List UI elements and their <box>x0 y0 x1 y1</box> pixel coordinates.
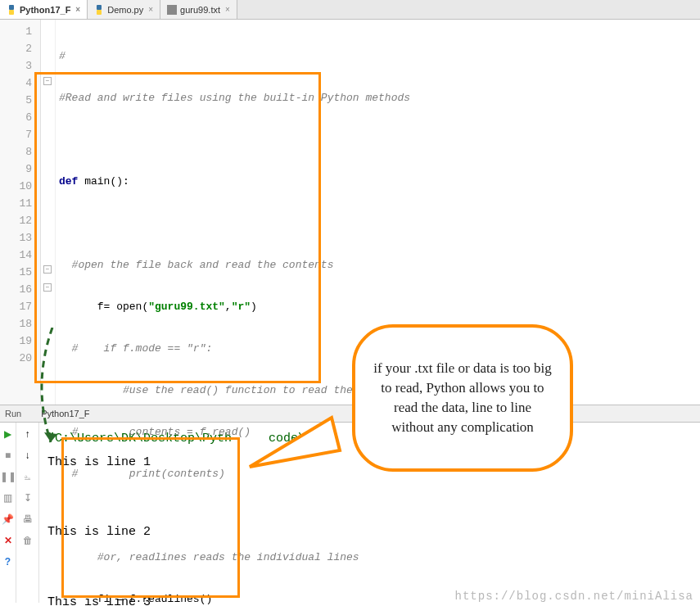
code-editor[interactable]: 1234567891011121314151617181920 − − − # … <box>0 20 700 405</box>
text-file-icon <box>167 5 177 15</box>
editor-tabs: Python17_F × Demo.py × guru99.txt × <box>0 0 700 20</box>
run-toolbar-right: ↑ ↓ ⎁ ↧ 🖶 🗑 <box>16 423 39 603</box>
watermark: https://blog.csdn.net/miniAlisa <box>455 590 693 603</box>
play-icon[interactable]: ▶ <box>2 427 15 441</box>
tab-demo[interactable]: Demo.py × <box>88 0 160 19</box>
tab-label: Python17_F <box>20 5 70 15</box>
tab-label: guru99.txt <box>180 5 220 15</box>
python-icon <box>7 5 16 15</box>
layout-icon[interactable]: ▥ <box>2 491 15 504</box>
run-toolbar-left: ▶ ■ ❚❚ ▥ 📌 ✕ ? <box>0 423 16 603</box>
print-icon[interactable]: 🖶 <box>21 513 34 526</box>
tab-guru99[interactable]: guru99.txt × <box>160 0 237 19</box>
pin-icon[interactable]: 📌 <box>2 513 15 526</box>
svg-marker-0 <box>250 418 340 467</box>
fold-column: − − − <box>41 20 56 405</box>
python-icon <box>94 5 104 15</box>
down-arrow-icon[interactable]: ↓ <box>21 449 34 462</box>
pause-icon[interactable]: ❚❚ <box>2 470 15 483</box>
tab-label: Demo.py <box>107 5 143 15</box>
trash-icon[interactable]: 🗑 <box>21 534 34 547</box>
fold-toggle[interactable]: − <box>43 265 52 274</box>
run-label: Run <box>5 409 21 418</box>
close-icon[interactable]: ✕ <box>2 534 15 547</box>
close-icon[interactable]: × <box>225 5 230 14</box>
annotation-callout: if your .txt file or data is too big to … <box>352 324 573 472</box>
close-icon[interactable]: × <box>75 5 80 14</box>
wrap-icon[interactable]: ⎁ <box>21 470 34 483</box>
close-icon[interactable]: × <box>148 5 153 14</box>
up-arrow-icon[interactable]: ↑ <box>21 427 34 441</box>
help-icon[interactable]: ? <box>2 555 15 568</box>
stop-icon[interactable]: ■ <box>2 449 15 462</box>
fold-toggle[interactable]: − <box>43 77 52 85</box>
line-gutter: 1234567891011121314151617181920 <box>0 20 41 405</box>
fold-toggle[interactable]: − <box>43 283 52 292</box>
callout-text: if your .txt file or data is too big to … <box>372 359 553 436</box>
scroll-icon[interactable]: ↧ <box>21 491 34 504</box>
python-icon <box>26 409 36 418</box>
tab-python17[interactable]: Python17_F × <box>0 0 88 19</box>
